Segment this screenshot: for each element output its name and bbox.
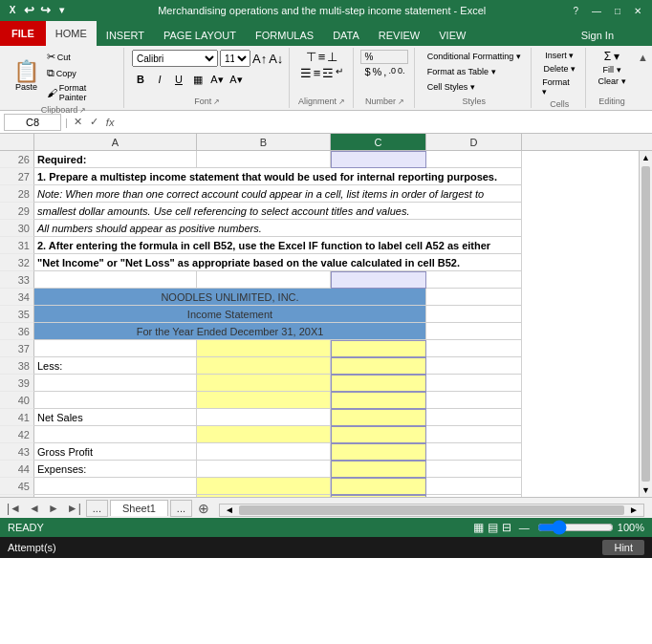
page-layout-view-icon[interactable]: ▤	[488, 521, 498, 534]
cell-a32[interactable]: "Net Income" or "Net Loss" as appropriat…	[34, 254, 522, 271]
cell-a28[interactable]: Note: When more than one correct account…	[34, 185, 522, 203]
cell-c45[interactable]	[331, 478, 426, 495]
h-scroll-thumb[interactable]	[239, 505, 624, 515]
cell-a31[interactable]: 2. After entering the formula in cell B5…	[34, 237, 522, 254]
col-header-c[interactable]: C	[331, 134, 426, 150]
right-align-button[interactable]: ☲	[322, 66, 334, 80]
autosum-button[interactable]: Σ ▾	[604, 50, 620, 63]
cell-d37[interactable]	[426, 340, 522, 357]
cell-a41[interactable]: Net Sales	[34, 409, 197, 426]
scroll-up-button[interactable]: ▲	[640, 151, 652, 164]
copy-button[interactable]: ⧉ Copy	[45, 66, 118, 80]
tab-data[interactable]: DATA	[323, 25, 369, 46]
redo-icon[interactable]: ↪	[38, 4, 52, 17]
sheet-nav-left[interactable]: ◄	[26, 502, 43, 515]
cell-b44[interactable]	[197, 461, 331, 478]
cell-styles-button[interactable]: Cell Styles ▾	[425, 80, 477, 94]
cell-d34[interactable]	[426, 289, 522, 306]
cell-d45[interactable]	[426, 478, 522, 495]
cell-a30[interactable]: All numbers should appear as positive nu…	[34, 220, 522, 237]
cell-d35[interactable]	[426, 306, 522, 323]
sheet-nav-right[interactable]: ►	[45, 502, 62, 515]
tab-insert[interactable]: INSERT	[97, 25, 154, 46]
bottom-align-button[interactable]: ⊥	[327, 50, 337, 64]
h-scroll-right-button[interactable]: ►	[624, 504, 643, 515]
cell-c39[interactable]	[331, 375, 426, 392]
sheet-nav-right-right[interactable]: ►|	[64, 502, 84, 515]
cell-a42[interactable]	[34, 426, 197, 443]
sheet-tab-dots-left[interactable]: ...	[86, 500, 108, 517]
cell-a38[interactable]: Less:	[34, 357, 197, 375]
cell-c46[interactable]	[331, 495, 426, 497]
font-name-select[interactable]: Calibri	[132, 50, 218, 67]
function-wizard-icon[interactable]: fx	[106, 117, 115, 128]
cell-d40[interactable]	[426, 392, 522, 409]
cell-b42[interactable]	[197, 426, 331, 443]
collapse-ribbon-button[interactable]: ▲	[638, 52, 648, 63]
vertical-scrollbar[interactable]: ▲ ▼	[639, 151, 652, 497]
cell-a40[interactable]	[34, 392, 197, 409]
cell-a33[interactable]	[34, 271, 197, 289]
cell-a35[interactable]: Income Statement	[34, 306, 426, 323]
cell-b38[interactable]	[197, 357, 331, 375]
cell-b46[interactable]	[197, 495, 331, 497]
wrap-text-button[interactable]: ↵	[336, 66, 343, 80]
sheet-tab-dots-right[interactable]: ...	[170, 500, 192, 517]
hint-button[interactable]: Hint	[602, 540, 644, 555]
cell-c33[interactable]	[331, 271, 426, 289]
decrease-decimal-button[interactable]: 0.	[398, 66, 405, 77]
add-sheet-button[interactable]: ⊕	[194, 501, 213, 516]
col-header-d[interactable]: D	[426, 134, 522, 150]
cell-c42[interactable]	[331, 426, 426, 443]
help-icon[interactable]: ?	[568, 6, 583, 16]
cell-b26[interactable]	[197, 151, 331, 168]
formula-input[interactable]	[120, 114, 648, 131]
cell-b43[interactable]	[197, 443, 331, 461]
cell-d36[interactable]	[426, 323, 522, 340]
cell-a45[interactable]	[34, 478, 197, 495]
tab-formulas[interactable]: FORMULAS	[246, 25, 323, 46]
tab-review[interactable]: REVIEW	[369, 25, 429, 46]
cell-d26[interactable]	[426, 151, 522, 168]
cell-b39[interactable]	[197, 375, 331, 392]
italic-button[interactable]: I	[151, 71, 168, 88]
cell-c40[interactable]	[331, 392, 426, 409]
cell-b41[interactable]	[197, 409, 331, 426]
restore-icon[interactable]: □	[610, 6, 625, 16]
cell-b45[interactable]	[197, 478, 331, 495]
cell-c41[interactable]	[331, 409, 426, 426]
cell-a44[interactable]: Expenses:	[34, 461, 197, 478]
cancel-formula-button[interactable]: ✕	[72, 116, 84, 128]
currency-button[interactable]: $	[364, 66, 370, 77]
cell-d33[interactable]	[426, 271, 522, 289]
bold-button[interactable]: B	[132, 71, 149, 88]
scroll-thumb[interactable]	[641, 166, 650, 482]
increase-font-button[interactable]: A↑	[252, 52, 267, 66]
format-as-table-button[interactable]: Format as Table ▾	[425, 65, 498, 78]
insert-cells-button[interactable]: Insert ▾	[542, 50, 576, 61]
cell-d44[interactable]	[426, 461, 522, 478]
horizontal-scrollbar[interactable]: ◄ ►	[219, 504, 644, 517]
cell-c37[interactable]	[331, 340, 426, 357]
cell-reference-input[interactable]: C8	[4, 114, 61, 131]
center-align-button[interactable]: ≡	[314, 66, 321, 80]
cell-a43[interactable]: Gross Profit	[34, 443, 197, 461]
tab-signin[interactable]: Sign In	[572, 25, 623, 46]
h-scroll-left-button[interactable]: ◄	[220, 504, 239, 515]
middle-align-button[interactable]: ≡	[318, 50, 326, 64]
top-align-button[interactable]: ⊤	[306, 50, 316, 64]
cell-a29[interactable]: smallest dollar amounts. Use cell refere…	[34, 203, 522, 220]
scroll-down-button[interactable]: ▼	[640, 483, 652, 497]
conditional-formatting-button[interactable]: Conditional Formatting ▾	[425, 50, 523, 63]
cell-c43[interactable]	[331, 443, 426, 461]
cell-a46[interactable]	[34, 495, 197, 497]
page-break-view-icon[interactable]: ⊟	[502, 521, 511, 534]
fill-button[interactable]: Fill ▾	[603, 65, 621, 75]
cut-button[interactable]: ✂ Cut	[45, 50, 118, 64]
cell-d43[interactable]	[426, 443, 522, 461]
cell-c38[interactable]	[331, 357, 426, 375]
cell-c26[interactable]	[331, 151, 426, 168]
close-icon[interactable]: ✕	[629, 6, 646, 16]
format-cells-button[interactable]: Format ▾	[539, 76, 579, 97]
cell-b33[interactable]	[197, 271, 331, 289]
